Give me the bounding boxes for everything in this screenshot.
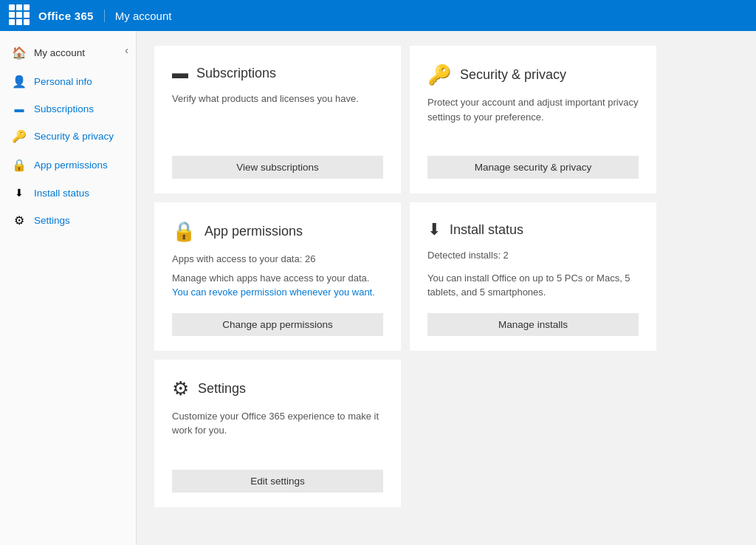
- main-layout: ‹ 🏠 My account 👤 Personal info ▬ Subscri…: [0, 31, 756, 545]
- sidebar-item-my-account[interactable]: 🏠 My account: [0, 38, 136, 67]
- lock-icon: 🔒: [12, 158, 27, 172]
- download-icon: ⬇: [12, 187, 27, 199]
- card-title: Subscriptions: [196, 66, 276, 81]
- card-title: App permissions: [205, 224, 303, 239]
- sidebar-item-install-status[interactable]: ⬇ Install status: [0, 179, 136, 206]
- manage-installs-button[interactable]: Manage installs: [427, 313, 639, 336]
- card-security-privacy: 🔑 Security & privacy Protect your accoun…: [410, 46, 656, 193]
- sidebar: ‹ 🏠 My account 👤 Personal info ▬ Subscri…: [0, 31, 137, 545]
- card-description-line2: You can install Office on up to 5 PCs or…: [427, 271, 639, 300]
- sidebar-collapse-button[interactable]: ‹: [125, 44, 128, 56]
- person-icon: 👤: [12, 75, 27, 89]
- change-app-permissions-button[interactable]: Change app permissions: [172, 313, 383, 336]
- card-description-line1: Detected installs: 2: [427, 248, 639, 267]
- revoke-link[interactable]: You can revoke permission whenever you w…: [172, 287, 375, 298]
- card-header: 🔑 Security & privacy: [427, 64, 639, 86]
- home-icon: 🏠: [12, 46, 27, 60]
- lock-card-icon: 🔒: [172, 220, 196, 243]
- card-description: Verify what products and licenses you ha…: [172, 92, 383, 143]
- card-app-permissions: 🔒 App permissions Apps with access to yo…: [154, 202, 401, 351]
- card-description: Customize your Office 365 experience to …: [172, 409, 383, 456]
- card-title: Settings: [198, 381, 246, 397]
- manage-security-button[interactable]: Manage security & privacy: [427, 156, 639, 179]
- office-brand: Office 365: [38, 10, 105, 22]
- card-title: Security & privacy: [460, 67, 566, 83]
- sidebar-item-label: Personal info: [34, 76, 92, 87]
- card-install-status: ⬇ Install status Detected installs: 2 Yo…: [410, 202, 656, 351]
- card-description-line1: Apps with access to your data: 26: [172, 252, 383, 267]
- sidebar-item-app-permissions[interactable]: 🔒 App permissions: [0, 151, 136, 179]
- main-content: ▬ Subscriptions Verify what products and…: [137, 31, 756, 545]
- subscriptions-card-icon: ▬: [172, 64, 188, 83]
- card-header: ⚙ Settings: [172, 377, 383, 400]
- subscriptions-icon: ▬: [12, 103, 27, 114]
- card-header: 🔒 App permissions: [172, 220, 383, 243]
- card-header: ▬ Subscriptions: [172, 64, 383, 83]
- sidebar-item-label: Security & privacy: [34, 131, 114, 142]
- topbar: Office 365 My account: [0, 0, 756, 31]
- key-icon: 🔑: [12, 129, 27, 143]
- sidebar-item-label: Install status: [34, 188, 89, 199]
- gear-card-icon: ⚙: [172, 377, 189, 400]
- edit-settings-button[interactable]: Edit settings: [172, 470, 383, 493]
- sidebar-item-security-privacy[interactable]: 🔑 Security & privacy: [0, 122, 136, 151]
- sidebar-item-subscriptions[interactable]: ▬ Subscriptions: [0, 96, 136, 122]
- sidebar-item-settings[interactable]: ⚙ Settings: [0, 206, 136, 235]
- card-header: ⬇ Install status: [427, 220, 639, 239]
- card-settings: ⚙ Settings Customize your Office 365 exp…: [154, 360, 401, 507]
- card-subscriptions: ▬ Subscriptions Verify what products and…: [154, 46, 401, 193]
- card-title: Install status: [450, 222, 523, 238]
- cards-grid: ▬ Subscriptions Verify what products and…: [154, 46, 656, 507]
- download-card-icon: ⬇: [427, 220, 441, 239]
- card-description: Protect your account and adjust importan…: [427, 95, 639, 143]
- view-subscriptions-button[interactable]: View subscriptions: [172, 156, 383, 179]
- card-description-line2: Manage which apps have access to your da…: [172, 271, 383, 300]
- sidebar-item-label: Subscriptions: [34, 103, 94, 114]
- key-card-icon: 🔑: [427, 64, 451, 86]
- sidebar-item-label: My account: [34, 47, 85, 58]
- sidebar-item-label: App permissions: [34, 160, 108, 171]
- sidebar-item-personal-info[interactable]: 👤 Personal info: [0, 67, 136, 96]
- topbar-page-title: My account: [115, 10, 172, 22]
- waffle-menu-icon[interactable]: [9, 4, 31, 27]
- gear-icon: ⚙: [12, 213, 27, 227]
- sidebar-item-label: Settings: [34, 215, 70, 226]
